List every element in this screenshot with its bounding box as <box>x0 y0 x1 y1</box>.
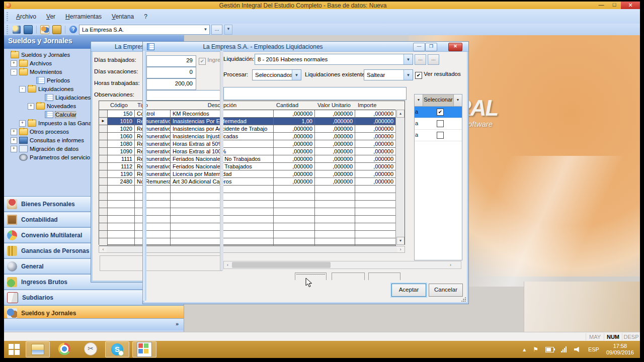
flag-icon[interactable]: ⚑ <box>533 346 538 353</box>
menu-ver[interactable]: Ver <box>41 12 60 22</box>
sidebar-item-consultas-e-informes[interactable]: +Consultas e informes <box>11 136 84 144</box>
row-selector[interactable] <box>99 133 108 140</box>
expand-icon[interactable]: + <box>11 137 17 144</box>
seleccionar-checkbox[interactable] <box>437 120 444 127</box>
observaciones-input[interactable] <box>146 90 222 101</box>
menu-archivo[interactable]: Archivo <box>11 12 41 22</box>
app-minimize-button[interactable]: — <box>595 2 608 9</box>
row-selector[interactable] <box>99 148 108 155</box>
scrollbar-thumb[interactable] <box>232 262 331 268</box>
scroll-up-icon[interactable]: ▲ <box>396 110 405 118</box>
scroll-down-icon[interactable]: ▼ <box>396 237 405 245</box>
aceptar-button[interactable]: Aceptar <box>391 284 426 297</box>
row-selector[interactable] <box>99 216 108 223</box>
scroll-right-icon[interactable]: › <box>397 246 404 252</box>
existentes-combobox[interactable]: Saltear ▼ <box>364 69 413 80</box>
row-selector[interactable] <box>99 231 108 238</box>
sidebar-overflow-chevron[interactable]: » <box>4 318 184 330</box>
column-header-tipo[interactable]: Tipo <box>135 101 171 110</box>
calc-dialog-titlebar[interactable]: La Empresa S.A. - Empleados Liquidacione… <box>143 42 468 52</box>
row-selector[interactable] <box>99 201 108 208</box>
row-selector[interactable] <box>99 186 108 193</box>
dialog-close-button[interactable]: ✕ <box>448 43 462 51</box>
chevron-down-icon[interactable]: ▼ <box>404 54 413 64</box>
start-button[interactable] <box>4 341 24 358</box>
cancelar-button[interactable]: Cancelar <box>429 284 463 297</box>
notebook-icon[interactable] <box>24 25 33 34</box>
row-selector[interactable] <box>99 163 108 170</box>
app-close-button[interactable]: ✕ <box>621 2 640 9</box>
company-combobox[interactable]: La Empresa S.A. ▼ <box>79 25 210 35</box>
selection-row[interactable]: a <box>415 130 462 141</box>
sidebar-item-movimientos[interactable]: -Movimientos <box>11 68 62 76</box>
liquidacion-combobox[interactable]: 8 - 2016 Haberes normales ▼ <box>255 54 413 65</box>
sidebar-item-migraci-n-de-datos[interactable]: +Migración de datos <box>11 145 78 153</box>
expand-icon[interactable]: + <box>11 60 17 67</box>
sidebar-item-archivos[interactable]: +Archivos <box>11 59 52 67</box>
filter-dropdown-icon[interactable]: ▼ <box>453 95 462 106</box>
row-selector[interactable] <box>99 238 108 246</box>
sidebar-item-per-odos[interactable]: Períodos <box>36 76 70 84</box>
clock[interactable]: 17:58 09/09/2016 <box>606 343 634 356</box>
vertical-scrollbar[interactable]: ▲ ▼ <box>395 110 405 245</box>
filter-dropdown-icon[interactable]: ▼ <box>415 95 423 106</box>
chevron-down-icon[interactable]: ▼ <box>404 70 413 80</box>
help-icon[interactable]: ? <box>69 26 77 33</box>
ver-resultados-checkbox[interactable]: ✔ Ver resultados <box>415 71 461 79</box>
seleccionar-checkbox[interactable] <box>437 132 444 139</box>
menu-?[interactable]: ? <box>139 12 152 22</box>
taskbar-app-win3[interactable] <box>132 341 156 357</box>
battery-icon[interactable] <box>545 347 554 352</box>
sidebar-item-novedades[interactable]: +Novedades <box>28 102 76 110</box>
chevron-down-icon[interactable]: ▼ <box>292 70 301 80</box>
company-more-button[interactable]: ... <box>211 25 222 35</box>
user-computer-icon[interactable] <box>13 26 21 34</box>
sidebar-item-par-metros-del-servicio[interactable]: Parámetros del servicio <box>19 153 90 161</box>
sidebar-item-calcular[interactable]: Calcular <box>45 111 76 119</box>
row-selector[interactable] <box>99 193 108 201</box>
chevron-down-icon[interactable]: ▼ <box>202 25 209 34</box>
liquidacion-browse-button-1[interactable]: ... <box>415 54 426 65</box>
menu-herramientas[interactable]: Herramientas <box>60 12 107 22</box>
lock-icon[interactable] <box>52 25 61 34</box>
seleccionar-checkbox[interactable]: ✔ <box>437 109 444 116</box>
column-header-c-digo[interactable]: Código <box>108 101 135 110</box>
dialog-maximize-button[interactable]: ❐ <box>425 43 437 51</box>
column-header-importe[interactable]: Importe <box>355 101 396 110</box>
expand-icon[interactable]: + <box>11 146 17 152</box>
dias-trabajados-input[interactable]: 29 <box>146 55 196 67</box>
scroll-left-icon[interactable]: ‹ <box>100 246 107 252</box>
sidebar-item-sueldos-y-jornales[interactable]: Sueldos y Jornales <box>11 51 70 59</box>
volume-icon[interactable] <box>574 347 581 352</box>
taskbar-app-skype[interactable]: S <box>105 341 129 357</box>
scroll-right-icon[interactable]: › <box>447 262 454 268</box>
clipped-button-3[interactable] <box>368 273 400 280</box>
users-icon[interactable] <box>40 25 49 34</box>
taskbar-app-explorer[interactable] <box>26 341 50 357</box>
selection-row[interactable]: a <box>415 118 462 130</box>
checkbox-icon[interactable]: ✔ <box>415 72 422 79</box>
column-header-cantidad[interactable]: Cantidad <box>274 101 315 110</box>
collapse-icon[interactable]: - <box>19 86 26 93</box>
sidebar-item-impuesto-a-las-ganancias-[interactable]: +Impuesto a las Ganancias - <box>19 119 96 127</box>
toolbar-overflow-button[interactable]: ▼ <box>224 25 232 35</box>
selection-row[interactable]: a✔ <box>415 107 462 118</box>
procesar-combobox[interactable]: Seleccionados ▼ <box>252 69 301 80</box>
collapse-icon[interactable]: - <box>11 69 17 75</box>
app-maximize-button[interactable]: □ <box>608 2 621 9</box>
language-indicator[interactable]: ESP <box>588 346 599 352</box>
filter-input[interactable] <box>223 87 407 100</box>
row-selector[interactable] <box>99 208 108 216</box>
sidebar-item-otros-procesos[interactable]: +Otros procesos <box>11 128 69 136</box>
dias-vacaciones-input[interactable]: 0 <box>146 67 196 78</box>
horizontal-scrollbar[interactable]: ‹ › <box>223 261 461 269</box>
expand-icon[interactable]: + <box>19 120 26 127</box>
clipped-button-2[interactable] <box>332 273 365 280</box>
expand-icon[interactable]: + <box>11 129 17 135</box>
expand-icon[interactable]: + <box>28 103 34 110</box>
sidebar-item-liquidaciones[interactable]: Liquidaciones <box>45 94 91 102</box>
taskbar-app-snip[interactable]: ✂ <box>79 341 102 356</box>
row-selector[interactable] <box>99 125 108 133</box>
scroll-left-icon[interactable]: ‹ <box>224 262 231 268</box>
row-selector[interactable] <box>99 140 108 148</box>
